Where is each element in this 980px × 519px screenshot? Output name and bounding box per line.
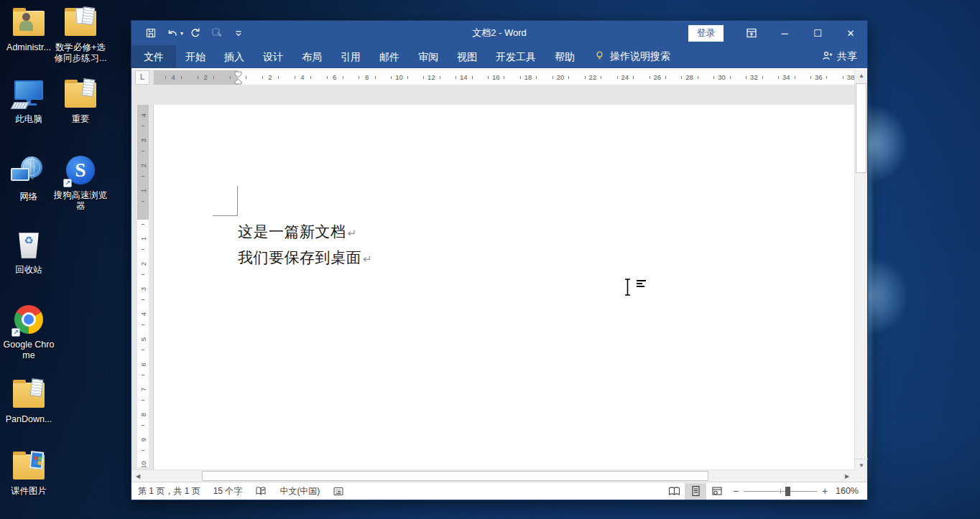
ribbon-tabs: 文件开始插入设计布局引用邮件审阅视图开发工具帮助 (131, 45, 584, 68)
web-layout-view-icon[interactable] (706, 483, 728, 500)
vertical-ruler[interactable]: 432112345678910 (137, 105, 149, 467)
ruler-tick (778, 76, 779, 79)
ribbon-tab[interactable]: 帮助 (545, 45, 584, 68)
ribbon-tab[interactable]: 开发工具 (486, 45, 545, 68)
ruler-tick (142, 400, 144, 401)
ruler-tick (198, 76, 198, 79)
word-window: ▾ 文档2 - Word 登录 (131, 20, 868, 500)
ruler-number: 2 (268, 70, 272, 85)
tell-me-search[interactable]: 操作说明搜索 (594, 45, 670, 68)
ruler-tick (730, 76, 731, 79)
ruler-number: 3 (139, 135, 147, 146)
ribbon-tab[interactable]: 开始 (176, 45, 215, 68)
this-pc[interactable]: 此电脑 (1, 78, 56, 125)
scroll-up-icon[interactable]: ▲ (855, 70, 868, 82)
ruler-tick (520, 76, 521, 79)
ruler-number: 34 (782, 70, 790, 85)
save-icon[interactable] (142, 24, 160, 42)
ruler-tick (698, 76, 698, 79)
horizontal-ruler[interactable]: 422468101214161820222426283032343638 (154, 70, 854, 85)
ribbon-tab[interactable]: 插入 (215, 45, 254, 68)
horizontal-scrollbar[interactable]: ◀ ▶ (131, 469, 854, 482)
ruler-tick (843, 76, 843, 79)
zoom-slider[interactable] (744, 483, 817, 500)
ruler-number: 28 (685, 70, 693, 85)
undo-dropdown-icon[interactable]: ▾ (180, 30, 183, 37)
ruler-tick (440, 76, 440, 79)
page-number-indicator[interactable]: 第 1 页，共 1 页 (131, 482, 207, 500)
ruler-tick (165, 76, 166, 79)
network[interactable]: 网络 (1, 155, 56, 202)
proofing-status-icon[interactable] (249, 482, 273, 500)
ribbon-tab[interactable]: 审阅 (409, 45, 448, 68)
ruler-tick (327, 76, 328, 79)
math-exercise-folder[interactable]: 数学必修+选修同步练习... (53, 6, 108, 64)
pandown-folder[interactable]: PanDown... (1, 378, 56, 425)
close-button[interactable]: ✕ (834, 21, 867, 45)
ruler-number: 18 (524, 70, 532, 85)
customize-qat-icon[interactable] (229, 24, 248, 42)
language-indicator[interactable]: 中文(中国) (273, 482, 326, 500)
ruler-number: 10 (139, 459, 147, 468)
ribbon-tab[interactable]: 邮件 (370, 45, 409, 68)
ruler-number: 2 (139, 258, 147, 270)
google-chrome[interactable]: ↗Google Chrome (1, 303, 56, 361)
line-text: 这是一篇新文档 (238, 223, 346, 240)
text-cursor-pointer (622, 278, 651, 299)
zoom-level[interactable]: 160% (833, 486, 867, 496)
zoom-out-button[interactable]: − (728, 485, 744, 497)
ruler-tick (553, 76, 553, 79)
courseware-pictures-folder[interactable]: 课件图片 (1, 449, 56, 497)
signin-button[interactable]: 登录 (688, 25, 724, 42)
ruler-tick (391, 76, 392, 79)
ribbon-tab[interactable]: 布局 (292, 45, 331, 68)
read-mode-view-icon[interactable] (663, 483, 685, 500)
touch-mouse-mode-icon (208, 24, 226, 42)
document-page[interactable]: 这是一篇新文档↵我们要保存到桌面↵ (154, 105, 854, 471)
ruler-number: 2 (139, 160, 147, 172)
maximize-button[interactable]: ☐ (801, 21, 834, 45)
ruler-tick (230, 76, 231, 79)
ruler-tick (633, 76, 634, 79)
docs-folder-icon (61, 6, 100, 40)
vertical-scroll-thumb[interactable] (856, 83, 866, 173)
share-button[interactable]: 共享 (822, 45, 857, 68)
redo-icon[interactable] (186, 24, 205, 42)
zoom-in-button[interactable]: + (817, 485, 833, 497)
recycle-bin[interactable]: ♻回收站 (1, 228, 56, 276)
vertical-scrollbar[interactable]: ▲ ▼ (854, 70, 867, 471)
desktop-icon-label: 重要 (53, 114, 108, 125)
ribbon-display-options-icon[interactable] (735, 21, 768, 45)
scroll-left-icon[interactable]: ◀ (132, 470, 144, 482)
ruler-number: 12 (427, 70, 435, 85)
desktop-icon-label: 课件图片 (1, 486, 56, 497)
ribbon-tab[interactable]: 文件 (131, 45, 176, 68)
document-line[interactable]: 我们要保存到桌面↵ (238, 246, 372, 271)
ribbon-tab[interactable]: 视图 (448, 45, 486, 68)
scroll-right-icon[interactable]: ▶ (841, 470, 853, 482)
administrator-folder[interactable]: Administr... (1, 6, 56, 53)
doc-folder-icon (9, 378, 48, 412)
ruler-tick (142, 224, 144, 225)
ribbon-tab[interactable]: 设计 (254, 45, 292, 68)
input-mode-icon[interactable] (326, 482, 351, 500)
ruler-tick (142, 299, 144, 300)
minimize-button[interactable]: ─ (768, 21, 801, 45)
sogou-browser[interactable]: S↗搜狗高速浏览器 (53, 154, 108, 212)
ruler-number: 8 (139, 409, 147, 421)
ruler-number: 22 (589, 70, 597, 85)
important-folder[interactable]: 重要 (53, 78, 108, 125)
share-person-icon (822, 50, 833, 64)
horizontal-scroll-thumb[interactable] (202, 471, 708, 481)
zoom-slider-thumb[interactable] (785, 487, 790, 496)
undo-icon[interactable] (163, 24, 182, 42)
ribbon-tab[interactable]: 引用 (331, 45, 370, 68)
ruler-number: 4 (172, 70, 175, 85)
document-line[interactable]: 这是一篇新文档↵ (238, 220, 372, 246)
tab-stop-selector[interactable]: L (135, 70, 149, 85)
desktop-icon-label: PanDown... (1, 414, 56, 425)
word-count-indicator[interactable]: 15 个字 (207, 482, 249, 500)
paragraph-mark: ↵ (348, 227, 357, 239)
print-layout-view-icon[interactable] (685, 483, 706, 500)
ruler-tick (262, 76, 263, 79)
